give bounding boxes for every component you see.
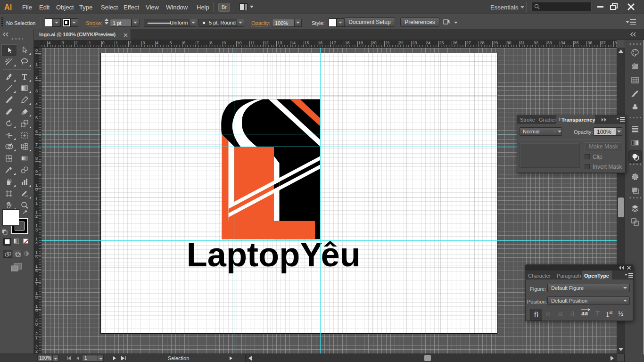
svg-text:LaptopYeu: LaptopYeu	[187, 236, 361, 273]
